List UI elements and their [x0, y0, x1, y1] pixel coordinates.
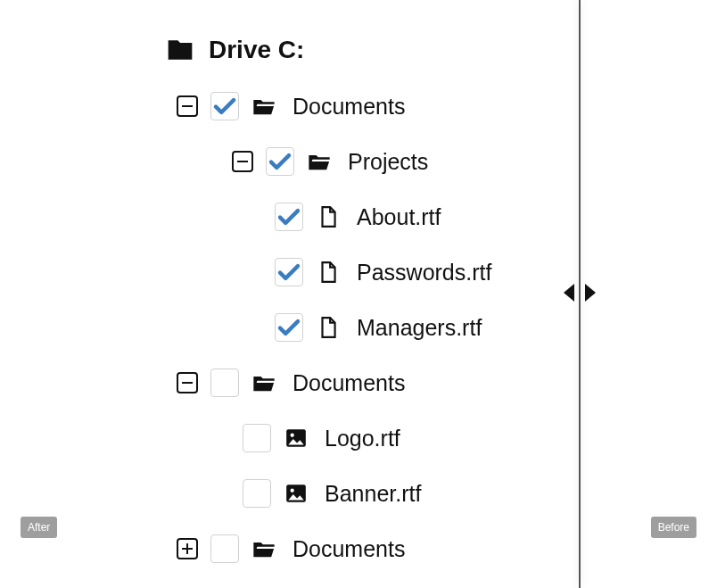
- file-tree: Drive C: Documents Projects About.rtf: [0, 0, 717, 576]
- expand-toggle[interactable]: [177, 538, 198, 559]
- tree-node: Documents: [166, 79, 717, 134]
- image-icon: [284, 481, 309, 506]
- folder-open-icon: [251, 536, 276, 561]
- tree-node: Banner.rtf: [166, 466, 717, 521]
- tree-node: Logo.rtf: [166, 410, 717, 466]
- image-icon: [284, 426, 309, 451]
- file-icon: [316, 315, 341, 340]
- tree-node: Passwords.rtf: [166, 244, 717, 300]
- after-badge: After: [21, 517, 57, 538]
- folder-icon: [166, 36, 194, 64]
- node-checkbox[interactable]: [266, 147, 294, 176]
- before-badge: Before: [651, 517, 696, 538]
- node-checkbox[interactable]: [243, 479, 271, 508]
- node-checkbox[interactable]: [210, 92, 239, 120]
- node-label[interactable]: Documents: [293, 94, 405, 120]
- collapse-toggle[interactable]: [177, 95, 198, 117]
- node-label[interactable]: Documents: [293, 536, 405, 562]
- node-checkbox[interactable]: [210, 369, 239, 397]
- tree-node: Projects: [166, 134, 717, 189]
- comparison-handle[interactable]: [564, 282, 596, 303]
- tree-node: Documents: [166, 521, 717, 576]
- node-label[interactable]: Logo.rtf: [325, 426, 400, 451]
- root-label: Drive C:: [209, 36, 304, 64]
- file-icon: [316, 204, 341, 229]
- node-label[interactable]: About.rtf: [357, 204, 441, 230]
- node-label[interactable]: Passwords.rtf: [357, 260, 491, 286]
- node-checkbox[interactable]: [275, 313, 303, 342]
- collapse-toggle[interactable]: [177, 372, 198, 393]
- tree-node: Managers.rtf: [166, 300, 717, 355]
- collapse-toggle[interactable]: [232, 151, 253, 172]
- tree-node: About.rtf: [166, 189, 717, 244]
- node-checkbox[interactable]: [210, 534, 239, 563]
- svg-point-1: [291, 434, 294, 437]
- file-icon: [316, 260, 341, 285]
- node-checkbox[interactable]: [243, 424, 271, 452]
- folder-open-icon: [251, 370, 276, 395]
- chevron-left-icon: [564, 284, 574, 302]
- svg-point-3: [291, 489, 294, 493]
- tree-root-row: Drive C:: [166, 25, 717, 75]
- node-label[interactable]: Banner.rtf: [325, 481, 421, 507]
- node-checkbox[interactable]: [275, 203, 303, 231]
- node-checkbox[interactable]: [275, 258, 303, 286]
- tree-node: Documents: [166, 355, 717, 410]
- node-label[interactable]: Managers.rtf: [357, 315, 482, 341]
- node-label[interactable]: Documents: [293, 370, 405, 396]
- folder-open-icon: [251, 94, 276, 119]
- folder-open-icon: [307, 149, 332, 174]
- node-label[interactable]: Projects: [348, 149, 428, 175]
- chevron-right-icon: [585, 284, 596, 302]
